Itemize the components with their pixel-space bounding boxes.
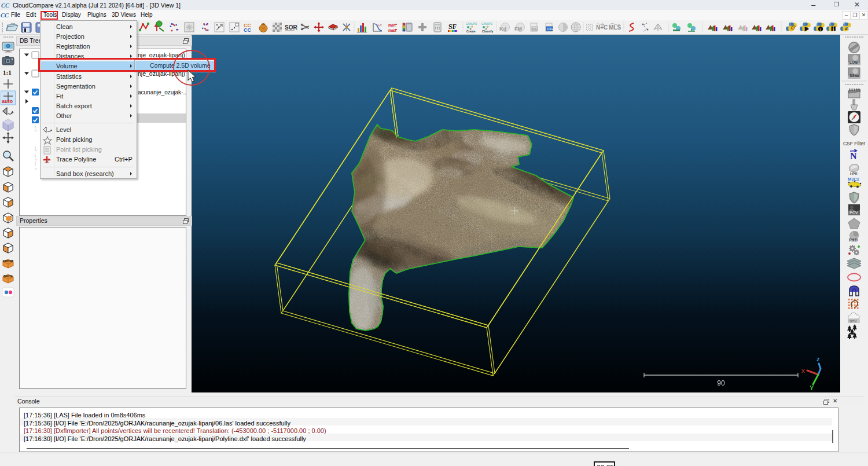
svg-text:»›: »›	[845, 27, 849, 32]
svg-text:CSF Filter: CSF Filter	[843, 141, 865, 146]
svg-text:acunanje_ozujak-...: acunanje_ozujak-...	[138, 89, 186, 96]
svg-text:CANUPO: CANUPO	[481, 23, 493, 25]
svg-text:HPR: HPR	[850, 172, 858, 175]
svg-text:Kd: Kd	[499, 26, 506, 32]
svg-text:μ,σ: μ,σ	[377, 23, 382, 27]
svg-text:min: min	[388, 23, 395, 27]
svg-text:SRTM: SRTM	[849, 320, 857, 323]
svg-text:Create: Create	[466, 30, 476, 33]
svg-text:CC: CC	[1, 2, 10, 9]
svg-text:max: max	[388, 28, 396, 32]
svg-text:Y: Y	[810, 384, 814, 391]
svg-text:FRONT: FRONT	[3, 259, 14, 263]
svg-text:MLS: MLS	[609, 24, 621, 31]
svg-text:CSV: CSV	[547, 27, 554, 31]
svg-text:1:1: 1:1	[3, 69, 12, 76]
svg-text:PCV: PCV	[849, 211, 858, 215]
svg-text:SSao: SSao	[849, 74, 859, 78]
svg-text:SF: SF	[448, 23, 457, 31]
svg-text:N: N	[850, 151, 857, 161]
svg-text:z: z	[816, 355, 820, 362]
svg-text:R&D: R&D	[849, 238, 858, 242]
svg-text:N+C: N+C	[596, 24, 608, 31]
svg-text:SOR: SOR	[285, 24, 297, 31]
svg-text:CANUPO: CANUPO	[466, 23, 477, 25]
svg-text:Classify: Classify	[482, 30, 493, 33]
svg-text:CC: CC	[1, 12, 9, 19]
svg-text:i: i	[820, 27, 821, 31]
svg-text:BACK: BACK	[3, 274, 13, 278]
svg-text:auto: auto	[2, 98, 13, 104]
svg-text:x: x	[801, 367, 806, 374]
svg-text:M3C2: M3C2	[848, 177, 859, 182]
svg-text:90: 90	[717, 379, 725, 387]
svg-text:LOG: LOG	[849, 60, 858, 64]
svg-text:DIF: DIF	[532, 27, 538, 31]
svg-text:FM: FM	[514, 26, 522, 32]
svg-text:CC: CC	[244, 27, 251, 33]
